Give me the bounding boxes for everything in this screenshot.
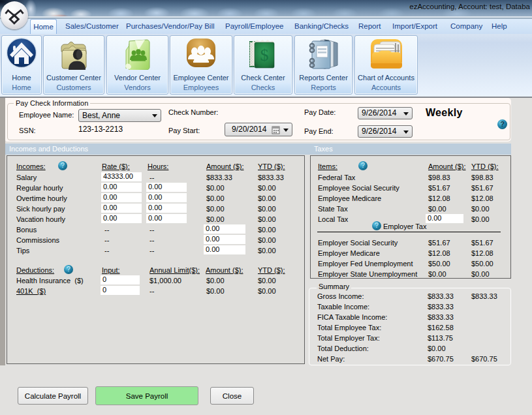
svg-text:$: $ [260,46,269,65]
